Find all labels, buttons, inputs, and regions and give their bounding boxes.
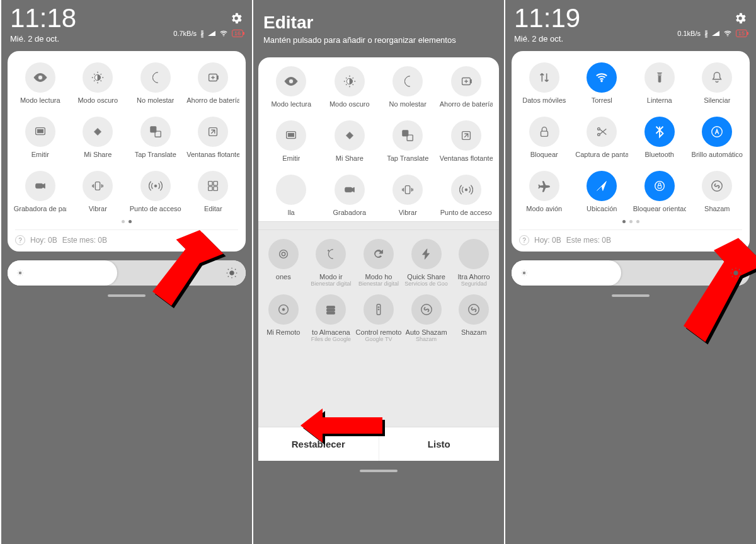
tile-darkmode[interactable]: Modo oscuro xyxy=(69,57,127,109)
quick-settings-panel: Datos móvilesTorreslLinternaSilenciarBlo… xyxy=(512,51,750,252)
tile-location[interactable]: Ubicación xyxy=(573,166,631,217)
tile-moon[interactable]: No molestar xyxy=(127,57,185,109)
nav-handle[interactable] xyxy=(108,294,146,297)
svg-marker-39 xyxy=(684,238,756,342)
cast-icon xyxy=(276,120,306,151)
tile-rotate-lock[interactable]: Bloquear orientación xyxy=(631,166,689,217)
tile-vibrate[interactable]: Vibrar xyxy=(379,170,437,221)
tile-eye[interactable]: Modo lectura xyxy=(262,61,321,113)
tile-plane[interactable]: Modo avión xyxy=(515,166,573,217)
tile-translate[interactable]: Tap Translate xyxy=(127,112,185,163)
darkmode-icon xyxy=(335,66,365,96)
scissors-icon xyxy=(587,117,617,147)
remote-icon xyxy=(364,294,394,325)
tile-label: Punto de acceso xyxy=(440,209,492,216)
tile-label: Bluetooth xyxy=(645,151,674,158)
quick-settings-panel: Modo lecturaModo oscuroNo molestarAhorro… xyxy=(8,51,246,252)
tile-refresh[interactable]: Modo hoBienestar digital xyxy=(355,236,403,289)
brightness-slider[interactable] xyxy=(512,260,750,286)
tile-battery-plus[interactable]: Ahorro de batería xyxy=(437,61,496,113)
tile-moon[interactable]: No molestar xyxy=(379,61,437,113)
location-icon xyxy=(587,171,617,201)
tile-wifi[interactable]: Torresl xyxy=(573,57,631,109)
tile-vibrate[interactable]: Vibrar xyxy=(69,166,127,217)
tile-label: Shazam xyxy=(461,328,486,336)
plane-icon xyxy=(529,171,559,201)
tile-grid[interactable]: Editar xyxy=(185,166,243,217)
tile-storage[interactable]: to AlmacenaFiles de Google xyxy=(307,292,355,345)
nav-handle[interactable] xyxy=(612,294,650,297)
tile-label: Tap Translate xyxy=(387,154,428,162)
tile-label: Ubicación xyxy=(587,205,617,212)
tile-data[interactable]: Datos móviles xyxy=(515,57,573,109)
dual-icon xyxy=(268,239,299,269)
tile-cast[interactable]: Emitir xyxy=(11,112,69,163)
editor-divider xyxy=(258,221,499,230)
date: Mié. 2 de oct. xyxy=(10,34,76,43)
bell-icon xyxy=(702,62,732,93)
done-button[interactable]: Listo xyxy=(379,427,500,461)
tile-label: Captura de pantalla xyxy=(575,151,628,158)
tile-bluetooth[interactable]: Bluetooth xyxy=(631,112,689,163)
tile-label: No molestar xyxy=(389,100,427,108)
tile-label: Brillo automático xyxy=(692,151,743,158)
clock: 11:18 xyxy=(10,5,76,32)
brightness-high-icon xyxy=(730,267,742,279)
info-icon: ? xyxy=(15,235,25,245)
shazam-icon xyxy=(702,171,732,201)
tile-translate[interactable]: Tap Translate xyxy=(379,115,437,167)
tile-scissors[interactable]: Captura de pantalla xyxy=(573,112,631,163)
tile-float[interactable]: Ventanas flotantes xyxy=(185,112,243,163)
tile-label: Bloquear orientación xyxy=(633,205,686,212)
tile-bolt[interactable]: Quick ShareServicios de Goo xyxy=(403,236,450,289)
tile-battery-plus[interactable]: Ahorro de batería xyxy=(185,57,243,109)
tile-remote[interactable]: Control remotoGoogle TV xyxy=(355,292,403,345)
tile-blank2[interactable]: ltra AhorroSeguridad xyxy=(450,236,498,289)
settings-gear-icon[interactable] xyxy=(229,11,243,25)
tile-share[interactable]: Mi Share xyxy=(321,115,379,167)
tile-label: Mi Remoto xyxy=(266,328,300,336)
tile-blank[interactable]: lla xyxy=(262,170,321,221)
nav-handle[interactable] xyxy=(360,470,398,472)
phone-screenshot-1: 11:18 Mié. 2 de oct. 0.7kB/s ∦ 16 Modo l… xyxy=(0,0,252,544)
tile-dual[interactable]: ones xyxy=(260,236,307,289)
tile-float[interactable]: Ventanas flotantes xyxy=(437,115,496,167)
tile-share[interactable]: Mi Share xyxy=(69,112,127,163)
network-speed: 0.1kB/s xyxy=(677,30,701,37)
tile-shazam[interactable]: Shazam xyxy=(450,292,498,345)
date: Mié. 2 de oct. xyxy=(514,34,580,43)
tile-auto-bright[interactable]: Brillo automático xyxy=(689,112,747,163)
tile-shazam[interactable]: Shazam xyxy=(689,166,747,217)
tile-hotspot[interactable]: Punto de acceso xyxy=(127,166,185,217)
data-usage[interactable]: ? Hoy: 0B Este mes: 0B xyxy=(15,229,238,245)
hotspot-icon xyxy=(451,175,481,205)
tile-bell[interactable]: Silenciar xyxy=(689,57,747,109)
tile-darkmode[interactable]: Modo oscuro xyxy=(321,61,379,113)
tile-label: Modo oscuro xyxy=(77,96,118,104)
camcorder-icon xyxy=(335,175,365,205)
lock-icon xyxy=(529,117,559,147)
settings-gear-icon[interactable] xyxy=(733,11,747,25)
tile-hotspot[interactable]: Punto de acceso xyxy=(437,170,496,221)
data-usage[interactable]: ? Hoy: 0B Este mes: 0B xyxy=(519,229,742,245)
tile-torch[interactable]: Linterna xyxy=(631,57,689,109)
translate-icon xyxy=(392,120,423,151)
brightness-low-icon xyxy=(15,268,25,278)
page-dots xyxy=(512,217,750,226)
tile-label: ones xyxy=(276,273,291,281)
tile-shazam[interactable]: Auto ShazamShazam xyxy=(403,292,450,345)
reset-button[interactable]: Restablecer xyxy=(258,427,379,461)
tile-lock[interactable]: Bloquear xyxy=(515,112,573,163)
tile-camcorder[interactable]: Grabadora de pantalla xyxy=(11,166,69,217)
tile-cast[interactable]: Emitir xyxy=(262,115,321,167)
float-icon xyxy=(198,117,228,147)
blank-icon xyxy=(276,175,306,205)
tile-label: No molestar xyxy=(137,96,174,104)
brightness-slider[interactable] xyxy=(8,260,246,286)
tile-remote-dot[interactable]: Mi Remoto xyxy=(260,292,307,345)
tile-camcorder[interactable]: Grabadora xyxy=(321,170,379,221)
tile-eye[interactable]: Modo lectura xyxy=(11,57,69,109)
tile-label: Tap Translate xyxy=(135,151,176,158)
tile-nightmode[interactable]: Modo irBienestar digital xyxy=(307,236,355,289)
bluetooth-icon: ∦ xyxy=(200,29,204,38)
